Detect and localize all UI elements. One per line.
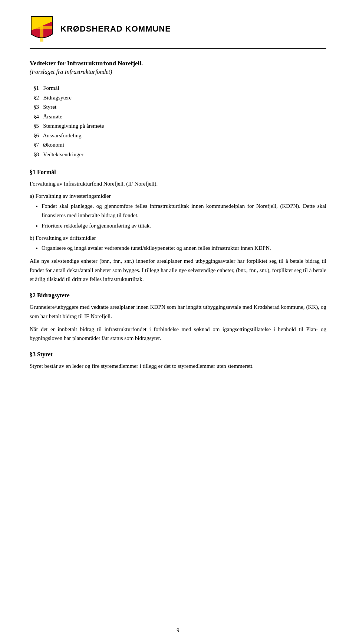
sub-title: (Forslaget fra Infrastrukturfondet) [30, 69, 326, 75]
page: KRØDSHERAD KOMMUNE Vedtekter for Infrast… [0, 0, 356, 644]
section3-heading: §3 Styret [30, 351, 326, 358]
toc-item: §7 Økonomi [33, 140, 326, 150]
section1-paragraph1: Alle nye selvstendige enheter (bnr., fnr… [30, 256, 326, 284]
main-title: Vedtekter for Infrastrukturfond Norefjel… [30, 60, 326, 67]
toc-item: §6 Ansvarsfordeling [33, 131, 326, 141]
toc-item: §3 Styret [33, 102, 326, 112]
page-number: 9 [177, 627, 179, 634]
section1-part-a-label: a) Forvaltning av investeringsmidler [30, 193, 326, 199]
svg-rect-1 [31, 26, 52, 29]
section3-paragraph1: Styret består av en leder og fire styrem… [30, 362, 326, 371]
section2-paragraph2: Når det er innbetalt bidrag til infrastr… [30, 325, 326, 343]
toc-item: §8 Vedtektsendringer [33, 150, 326, 160]
section1-part-b-label: b) Forvaltning av driftsmidler [30, 235, 326, 241]
toc-item: §4 Årsmøte [33, 112, 326, 122]
list-item: Prioritere rekkefølge for gjennomføring … [42, 221, 326, 231]
list-item: Fondet skal planlegge, og gjennomføre fe… [42, 202, 326, 220]
section1-intro: Forvaltning av Infrastrukturfond Norefje… [30, 179, 326, 189]
header: KRØDSHERAD KOMMUNE [30, 15, 326, 49]
section1-heading: §1 Formål [30, 169, 326, 176]
toc-item: §5 Stemmegivning på årsmøte [33, 121, 326, 131]
section1-part-b-bullets: Organisere og inngå avtaler vedrørende t… [42, 243, 326, 253]
toc-item: §1 Formål [33, 84, 326, 93]
list-item: Organisere og inngå avtaler vedrørende t… [42, 243, 326, 253]
section2-paragraph1: Grunneiere/utbyggere med vedtatte arealp… [30, 303, 326, 321]
logo-icon [30, 15, 54, 43]
org-name: KRØDSHERAD KOMMUNE [60, 24, 171, 34]
toc-item: §2 Bidragsytere [33, 93, 326, 103]
table-of-contents: §1 Formål §2 Bidragsytere §3 Styret §4 Å… [33, 84, 326, 159]
section1-part-a-bullets: Fondet skal planlegge, og gjennomføre fe… [42, 202, 326, 231]
section2-heading: §2 Bidragsytere [30, 292, 326, 299]
